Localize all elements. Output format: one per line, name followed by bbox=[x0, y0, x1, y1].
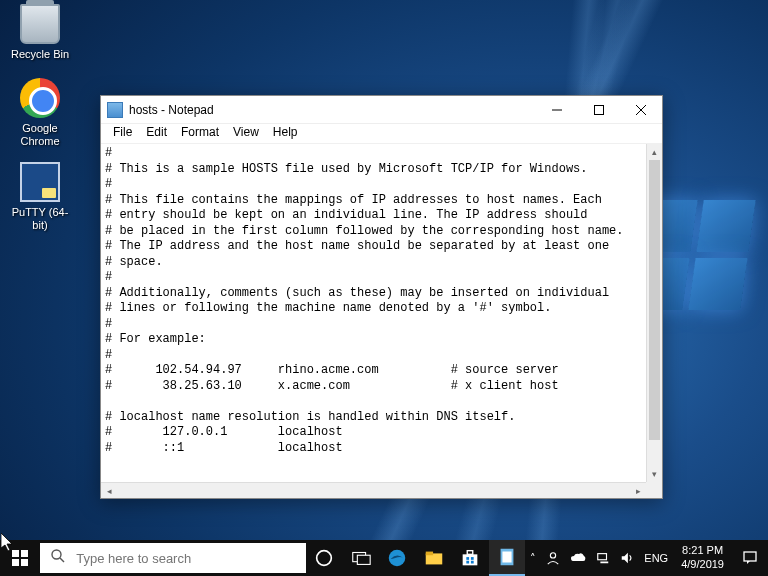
window-title: hosts - Notepad bbox=[129, 103, 214, 117]
desktop-icon-label: PuTTY (64-bit) bbox=[6, 206, 74, 232]
text-editor[interactable]: # # This is a sample HOSTS file used by … bbox=[101, 144, 646, 482]
svg-line-5 bbox=[60, 558, 64, 562]
menu-format[interactable]: Format bbox=[175, 124, 225, 143]
titlebar[interactable]: hosts - Notepad bbox=[101, 96, 662, 124]
maximize-button[interactable] bbox=[578, 96, 620, 124]
svg-rect-14 bbox=[467, 557, 470, 560]
taskbar-app-notepad[interactable] bbox=[489, 540, 526, 576]
svg-rect-12 bbox=[463, 554, 478, 565]
svg-rect-17 bbox=[471, 561, 474, 564]
search-box[interactable]: Type here to search bbox=[40, 543, 305, 573]
tray-volume-icon[interactable] bbox=[615, 540, 639, 576]
tray-people-icon[interactable] bbox=[541, 540, 565, 576]
scroll-left-icon[interactable]: ◂ bbox=[101, 483, 117, 498]
tray-chevron-up-icon[interactable]: ˄ bbox=[525, 540, 541, 576]
tray-onedrive-icon[interactable] bbox=[565, 540, 591, 576]
taskbar: Type here to search ˄ ENG 8:21 PM 4/9/20… bbox=[0, 540, 768, 576]
action-center-button[interactable] bbox=[732, 540, 768, 576]
tray-date: 4/9/2019 bbox=[681, 558, 724, 572]
taskbar-app-edge[interactable] bbox=[379, 540, 416, 576]
recycle-bin-icon bbox=[20, 4, 60, 44]
tray-clock[interactable]: 8:21 PM 4/9/2019 bbox=[673, 544, 732, 572]
close-button[interactable] bbox=[620, 96, 662, 124]
minimize-button[interactable] bbox=[536, 96, 578, 124]
tray-time: 8:21 PM bbox=[681, 544, 724, 558]
menu-view[interactable]: View bbox=[227, 124, 265, 143]
svg-rect-21 bbox=[598, 554, 607, 560]
desktop-icon-label: Google Chrome bbox=[6, 122, 74, 148]
scroll-down-icon[interactable]: ▾ bbox=[647, 466, 662, 482]
svg-rect-13 bbox=[468, 551, 474, 555]
svg-rect-1 bbox=[595, 105, 604, 114]
menubar: File Edit Format View Help bbox=[101, 124, 662, 144]
svg-rect-19 bbox=[502, 552, 511, 563]
svg-point-9 bbox=[389, 550, 406, 567]
scroll-corner bbox=[646, 482, 662, 498]
windows-logo-icon bbox=[12, 550, 28, 566]
notepad-window[interactable]: hosts - Notepad File Edit Format View He… bbox=[100, 95, 663, 499]
svg-point-6 bbox=[317, 551, 332, 566]
menu-file[interactable]: File bbox=[107, 124, 138, 143]
scroll-thumb[interactable] bbox=[649, 160, 660, 440]
svg-rect-11 bbox=[426, 552, 433, 556]
desktop-icon-recycle-bin[interactable]: Recycle Bin bbox=[6, 4, 74, 61]
tray-network-icon[interactable] bbox=[591, 540, 615, 576]
svg-rect-8 bbox=[357, 555, 370, 564]
svg-marker-23 bbox=[622, 553, 628, 564]
svg-rect-22 bbox=[601, 562, 609, 564]
start-button[interactable] bbox=[0, 540, 40, 576]
svg-rect-15 bbox=[471, 557, 474, 560]
desktop-icon-putty[interactable]: PuTTY (64-bit) bbox=[6, 162, 74, 232]
svg-marker-25 bbox=[747, 561, 750, 564]
putty-icon bbox=[20, 162, 60, 202]
scroll-up-icon[interactable]: ▴ bbox=[647, 144, 662, 160]
editor-content: # # This is a sample HOSTS file used by … bbox=[105, 146, 623, 482]
svg-point-4 bbox=[52, 550, 61, 559]
desktop[interactable]: Recycle Bin Google Chrome PuTTY (64-bit)… bbox=[0, 0, 768, 576]
menu-edit[interactable]: Edit bbox=[140, 124, 173, 143]
notepad-icon bbox=[107, 102, 123, 118]
chrome-icon bbox=[20, 78, 60, 118]
vertical-scrollbar[interactable]: ▴ ▾ bbox=[646, 144, 662, 482]
svg-rect-16 bbox=[467, 561, 470, 564]
taskbar-app-store[interactable] bbox=[452, 540, 489, 576]
task-view-button[interactable] bbox=[342, 540, 379, 576]
desktop-icon-chrome[interactable]: Google Chrome bbox=[6, 78, 74, 148]
taskbar-app-file-explorer[interactable] bbox=[416, 540, 453, 576]
search-placeholder: Type here to search bbox=[76, 551, 191, 566]
system-tray: ˄ ENG 8:21 PM 4/9/2019 bbox=[525, 540, 768, 576]
cortana-button[interactable] bbox=[306, 540, 343, 576]
tray-language[interactable]: ENG bbox=[639, 540, 673, 576]
scroll-right-icon[interactable]: ▸ bbox=[630, 483, 646, 498]
svg-point-20 bbox=[551, 553, 556, 558]
svg-rect-24 bbox=[744, 552, 756, 561]
menu-help[interactable]: Help bbox=[267, 124, 304, 143]
search-icon bbox=[50, 548, 66, 568]
desktop-icon-label: Recycle Bin bbox=[6, 48, 74, 61]
editor-area: # # This is a sample HOSTS file used by … bbox=[101, 144, 662, 498]
horizontal-scrollbar[interactable]: ◂ ▸ bbox=[101, 482, 646, 498]
